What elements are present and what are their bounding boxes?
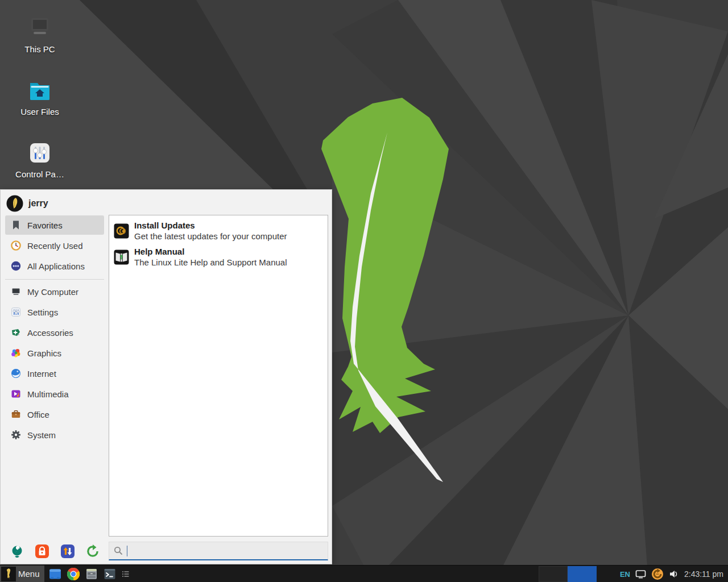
lock-screen-icon[interactable] xyxy=(35,544,49,559)
whisker-menu: jerry Favorites Recently Used xyxy=(0,189,332,564)
user-avatar[interactable] xyxy=(6,195,23,212)
desktop-icon-user-files[interactable]: User Files xyxy=(6,77,74,117)
bookmark-icon xyxy=(11,220,21,230)
this-pc-icon xyxy=(27,15,53,41)
archive-manager-launcher[interactable] xyxy=(84,567,99,581)
desktop-icon-control-panel[interactable]: Control Pa… xyxy=(6,140,74,179)
sidebar-item-my-computer[interactable]: My Computer xyxy=(5,282,104,301)
app-subtitle: Get the latest updates for your computer xyxy=(134,231,287,242)
menu-header: jerry xyxy=(6,194,48,213)
settings-manager-icon[interactable] xyxy=(10,544,24,559)
sidebar-item-label: My Computer xyxy=(27,287,78,297)
app-title: Help Manual xyxy=(134,246,287,257)
text-caret xyxy=(127,546,127,556)
terminal-launcher[interactable] xyxy=(102,567,117,581)
search-icon xyxy=(114,546,123,555)
sidebar-item-settings[interactable]: Settings xyxy=(5,302,104,322)
tools-icon xyxy=(11,327,21,338)
sidebar-item-label: Office xyxy=(27,410,49,419)
sidebar-item-label: All Applications xyxy=(27,261,85,271)
application-list: Install Updates Get the latest updates f… xyxy=(109,215,328,537)
sidebar-item-label: Graphics xyxy=(27,348,61,358)
sidebar-item-label: System xyxy=(27,430,56,440)
search-input[interactable] xyxy=(131,546,328,556)
clock-icon xyxy=(11,240,21,251)
taskbar: Menu xyxy=(0,565,728,582)
volume-icon[interactable] xyxy=(669,569,679,579)
menu-username: jerry xyxy=(28,198,48,209)
all-apps-icon xyxy=(11,261,21,271)
app-row-help-manual[interactable]: Help Manual The Linux Lite Help and Supp… xyxy=(113,244,324,269)
file-manager-icon xyxy=(48,567,62,581)
gear-icon xyxy=(11,430,21,440)
task-list-launcher[interactable] xyxy=(118,567,133,581)
sidebar-item-recently-used[interactable]: Recently Used xyxy=(5,236,104,255)
sidebar-item-label: Internet xyxy=(27,369,56,379)
desktop-icon-label: User Files xyxy=(6,107,74,117)
desktop-icon-label: Control Pa… xyxy=(6,169,74,179)
app-row-install-updates[interactable]: Install Updates Get the latest updates f… xyxy=(113,218,324,243)
search-box[interactable] xyxy=(109,542,328,560)
desktop-icon-this-pc[interactable]: This PC xyxy=(6,15,74,54)
computer-icon xyxy=(11,286,21,297)
workspace-pager xyxy=(539,566,597,582)
linuxlite-feather-icon xyxy=(1,567,16,581)
sidebar-item-office[interactable]: Office xyxy=(5,405,104,424)
chrome-launcher[interactable] xyxy=(66,567,81,581)
media-icon xyxy=(11,389,21,399)
keyboard-layout-indicator[interactable]: EN xyxy=(620,570,630,579)
sidebar-item-graphics[interactable]: Graphics xyxy=(5,343,104,363)
quit-icon[interactable] xyxy=(85,544,100,559)
sidebar-item-internet[interactable]: Internet xyxy=(5,364,104,383)
terminal-icon xyxy=(103,567,117,581)
sidebar-item-multimedia[interactable]: Multimedia xyxy=(5,384,104,404)
archive-manager-icon xyxy=(85,567,98,581)
user-files-icon xyxy=(27,77,53,103)
desktop-icon-label: This PC xyxy=(6,44,74,54)
sliders-icon xyxy=(11,307,21,317)
app-subtitle: The Linux Lite Help and Support Manual xyxy=(134,257,287,268)
workspace-1[interactable] xyxy=(539,566,568,582)
workspace-2-active[interactable] xyxy=(568,566,597,582)
desktop: This PC User Files Control Pa… xyxy=(0,0,728,582)
menu-button-label: Menu xyxy=(18,569,40,579)
task-list-icon xyxy=(122,570,130,578)
briefcase-icon xyxy=(11,409,21,419)
system-tray: EN 2:43:11 pm xyxy=(620,566,723,582)
sidebar-item-label: Favorites xyxy=(27,221,63,230)
sidebar-item-label: Multimedia xyxy=(27,389,69,399)
display-icon[interactable] xyxy=(635,569,646,579)
sidebar-item-favorites[interactable]: Favorites xyxy=(5,215,104,235)
palette-icon xyxy=(11,348,21,358)
sidebar-separator xyxy=(5,279,104,280)
help-manual-icon xyxy=(114,250,129,265)
app-title: Install Updates xyxy=(134,220,287,231)
sidebar-item-all-applications[interactable]: All Applications xyxy=(5,256,104,276)
update-notifier-icon[interactable] xyxy=(651,568,664,580)
globe-icon xyxy=(11,368,21,379)
sidebar-item-label: Settings xyxy=(27,307,58,317)
sidebar-item-label: Accessories xyxy=(27,328,73,338)
install-updates-icon xyxy=(114,223,129,239)
sidebar-item-label: Recently Used xyxy=(27,241,83,251)
chrome-icon xyxy=(67,567,80,581)
taskbar-menu-button[interactable]: Menu xyxy=(0,566,44,582)
clock[interactable]: 2:43:11 pm xyxy=(684,569,723,579)
sidebar-item-accessories[interactable]: Accessories xyxy=(5,323,104,342)
control-panel-icon xyxy=(27,140,53,166)
sidebar-item-system[interactable]: System xyxy=(5,425,104,444)
switch-user-icon[interactable] xyxy=(60,544,75,559)
file-manager-launcher[interactable] xyxy=(48,567,63,581)
